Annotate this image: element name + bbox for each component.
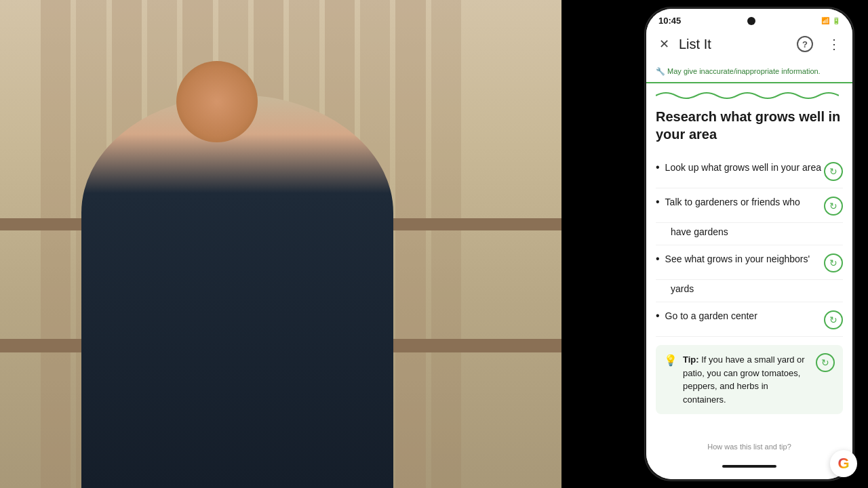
background-photo: [0, 0, 561, 488]
refresh-icon-3: ↻: [829, 258, 837, 268]
refresh-icon-4: ↻: [829, 314, 837, 325]
google-logo: G: [830, 450, 857, 477]
item-action-button-3[interactable]: ↻: [824, 253, 843, 272]
list-item: • Go to a garden center ↻: [656, 302, 843, 337]
status-time: 10:45: [658, 16, 681, 26]
list-item-content-1: • Look up what grows well in your area: [656, 161, 824, 175]
refresh-icon-2: ↻: [829, 201, 837, 211]
bottom-feedback: How was this list and tip?: [646, 433, 852, 459]
warning-message: May give inaccurate/inappropriate inform…: [667, 67, 821, 75]
camera-indicator: [747, 17, 755, 25]
refresh-icon-1: ↻: [829, 166, 837, 177]
status-icons: 📶 🔋: [821, 17, 840, 24]
section-heading: Research what grows well in your area: [656, 108, 843, 143]
warning-banner: 🔧 May give inaccurate/inappropriate info…: [646, 59, 852, 83]
list-item-text-4: Go to a garden center: [665, 309, 824, 323]
continuation-row-2: have gardens: [656, 223, 843, 245]
item-action-button-4[interactable]: ↻: [824, 310, 843, 329]
list-item: • Look up what grows well in your area ↻: [656, 154, 843, 188]
battery-icon: 🔋: [832, 17, 840, 24]
tip-label: Tip:: [683, 354, 699, 365]
bullet-4: •: [656, 310, 660, 322]
lightbulb-icon: 💡: [664, 354, 677, 367]
close-icon: ✕: [659, 37, 669, 52]
list-item: • Talk to gardeners or friends who ↻: [656, 188, 843, 223]
list-item-content-3: • See what grows in your neighbors': [656, 252, 824, 266]
tip-action-button[interactable]: ↻: [816, 353, 835, 372]
feedback-text: How was this list and tip?: [707, 443, 791, 451]
warning-icon: 🔧: [656, 67, 665, 75]
item-action-button-2[interactable]: ↻: [824, 197, 843, 216]
header-left: ✕ List It: [656, 36, 711, 52]
tip-text: Tip: If you have a small yard or patio, …: [683, 353, 810, 406]
phone-screen: 10:45 📶 🔋 ✕ List It ?: [646, 9, 852, 479]
app-header: ✕ List It ? ⋮: [646, 29, 852, 59]
close-button[interactable]: ✕: [656, 36, 672, 52]
list-item-content-4: • Go to a garden center: [656, 309, 824, 323]
help-button[interactable]: ?: [795, 35, 814, 54]
home-indicator: [722, 465, 776, 468]
bullet-2: •: [656, 196, 660, 208]
wavy-line-svg: [656, 89, 839, 102]
bottom-bar: [646, 459, 852, 479]
item-action-button-1[interactable]: ↻: [824, 162, 843, 181]
continuation-row-3: yards: [656, 280, 843, 302]
warning-text: 🔧 May give inaccurate/inappropriate info…: [656, 67, 821, 75]
signal-icon: 📶: [821, 17, 829, 24]
list-item-content-2: • Talk to gardeners or friends who: [656, 195, 824, 209]
app-title: List It: [679, 37, 711, 52]
help-circle-icon: ?: [797, 36, 813, 52]
list-item: • See what grows in your neighbors' ↻: [656, 245, 843, 280]
google-g-letter: G: [837, 455, 849, 472]
list-item-text-1: Look up what grows well in your area: [665, 161, 824, 175]
status-bar: 10:45 📶 🔋: [646, 9, 852, 29]
phone-frame: 10:45 📶 🔋 ✕ List It ?: [644, 7, 854, 481]
tip-body: If you have a small yard or patio, you c…: [683, 354, 805, 405]
more-dots-icon: ⋮: [827, 36, 840, 52]
bullet-3: •: [656, 253, 660, 265]
tip-box: 💡 Tip: If you have a small yard or patio…: [656, 345, 843, 414]
header-right: ? ⋮: [795, 35, 843, 54]
list-item-text-2: Talk to gardeners or friends who: [665, 195, 824, 209]
list-item-text-3: See what grows in your neighbors': [665, 252, 824, 266]
more-button[interactable]: ⋮: [824, 35, 843, 54]
content-area[interactable]: Research what grows well in your area • …: [646, 108, 852, 433]
continuation-text-2: have gardens: [671, 226, 728, 237]
refresh-tip-icon: ↻: [821, 357, 829, 368]
wavy-divider: [646, 83, 852, 108]
continuation-text-3: yards: [671, 283, 694, 294]
bullet-1: •: [656, 161, 660, 174]
